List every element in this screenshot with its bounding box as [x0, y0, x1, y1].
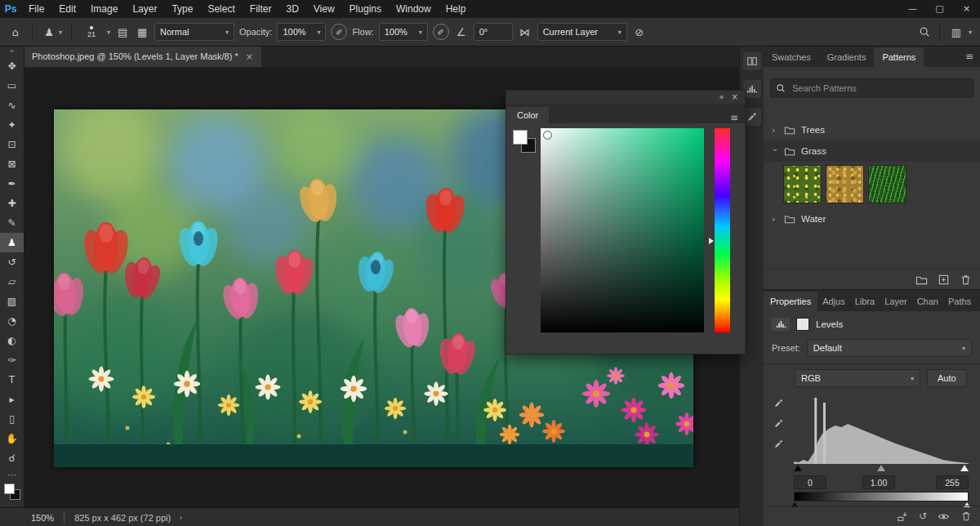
panel-menu-icon[interactable]: ≡: [959, 51, 980, 62]
zoom-level-field[interactable]: 150%: [31, 513, 54, 523]
toolbar-collapse-handle[interactable]: »: [10, 46, 14, 56]
pattern-thumbnail-green-grass[interactable]: [868, 165, 906, 203]
chevron-right-icon[interactable]: ›: [772, 214, 778, 225]
tab-color[interactable]: Color: [506, 107, 549, 123]
delete-adjustment-icon[interactable]: [960, 510, 972, 522]
opacity-select[interactable]: 100% ▾: [277, 23, 326, 41]
symmetry-icon[interactable]: ⋈: [518, 26, 532, 38]
brush-angle-input[interactable]: 0°: [474, 23, 513, 41]
layer-mask-thumbnail[interactable]: [796, 318, 809, 331]
tab-channels[interactable]: Chan: [912, 292, 943, 311]
white-input-slider[interactable]: [960, 465, 969, 471]
reset-icon[interactable]: ↺: [919, 510, 927, 522]
rectangular-marquee-tool[interactable]: ▭: [0, 76, 24, 96]
delete-icon[interactable]: [960, 274, 972, 286]
pattern-search-box[interactable]: [770, 78, 973, 98]
pressure-opacity-icon[interactable]: ✐: [331, 24, 347, 40]
chevron-right-icon[interactable]: ›: [772, 125, 778, 136]
white-input-value[interactable]: 255: [936, 475, 969, 489]
white-point-eyedropper-icon[interactable]: [772, 437, 785, 450]
workspace-icon[interactable]: ▥: [949, 26, 964, 38]
ignore-adjustment-layers-icon[interactable]: ⊘: [632, 26, 647, 38]
document-tab[interactable]: Photoshop.jpeg @ 150% (Levels 1, Layer M…: [24, 46, 261, 67]
brush-panel-toggle-icon[interactable]: ▦: [135, 26, 149, 38]
black-point-eyedropper-icon[interactable]: [772, 396, 785, 409]
gradient-tool[interactable]: ▨: [0, 292, 24, 311]
sample-select[interactable]: Current Layer ▾: [537, 23, 627, 41]
chevron-down-icon[interactable]: ▾: [969, 29, 972, 36]
maximize-button[interactable]: ▢: [926, 0, 953, 18]
chevron-expanded-icon[interactable]: ›: [770, 148, 781, 154]
hue-slider[interactable]: [715, 128, 730, 332]
pattern-thumbnail-dry-grass[interactable]: [826, 165, 864, 203]
search-icon[interactable]: [919, 26, 930, 38]
menu-view[interactable]: View: [306, 0, 342, 18]
brush-settings-toggle-icon[interactable]: ▤: [115, 26, 130, 38]
blend-mode-select[interactable]: Normal ▾: [154, 23, 234, 41]
close-button[interactable]: ×: [953, 0, 980, 18]
search-input[interactable]: [791, 82, 968, 94]
saturation-brightness-field[interactable]: [541, 128, 704, 332]
menu-file[interactable]: File: [21, 0, 51, 18]
tool-preset-picker[interactable]: ♟ ▾: [42, 26, 62, 38]
airbrush-icon[interactable]: ✐: [433, 24, 449, 40]
pattern-thumbnail-flower-field[interactable]: [783, 165, 822, 203]
brush-preset-picker[interactable]: 21: [81, 26, 102, 38]
gamma-input-value[interactable]: 1.00: [862, 475, 895, 489]
foreground-color-swatch[interactable]: [513, 130, 528, 145]
status-options-chevron[interactable]: ›: [179, 512, 182, 523]
home-icon[interactable]: ⌂: [8, 26, 23, 38]
foreground-background-swatches[interactable]: [4, 484, 20, 500]
pen-tool[interactable]: ✑: [0, 350, 24, 370]
lasso-tool[interactable]: ∿: [0, 96, 24, 115]
tab-libraries[interactable]: Libra: [850, 292, 880, 311]
edit-toolbar-button[interactable]: ⋯: [7, 470, 16, 480]
color-field-marker[interactable]: [543, 131, 552, 140]
eraser-tool[interactable]: ▱: [0, 272, 24, 292]
clone-stamp-tool[interactable]: ♟: [0, 233, 24, 252]
spot-healing-brush-tool[interactable]: ✚: [0, 194, 24, 213]
history-brush-tool[interactable]: ↺: [0, 252, 24, 272]
gamma-input-slider[interactable]: [877, 465, 885, 471]
pattern-group-water[interactable]: › Water: [764, 208, 980, 230]
crop-tool[interactable]: ⊡: [0, 135, 24, 154]
menu-filter[interactable]: Filter: [243, 0, 279, 18]
eyedropper-tool[interactable]: ✒: [0, 174, 24, 194]
tab-properties[interactable]: Properties: [764, 292, 817, 311]
menu-type[interactable]: Type: [164, 0, 200, 18]
zoom-tool[interactable]: ☌: [0, 448, 24, 468]
pattern-group-grass[interactable]: › Grass: [764, 140, 980, 162]
menu-window[interactable]: Window: [389, 0, 439, 18]
brush-tool[interactable]: ✎: [0, 213, 24, 233]
menu-edit[interactable]: Edit: [51, 0, 83, 18]
type-tool[interactable]: T: [0, 370, 24, 390]
chevron-down-icon[interactable]: ▾: [107, 29, 110, 36]
preset-select[interactable]: Default ▾: [807, 339, 972, 357]
path-selection-tool[interactable]: ▸: [0, 390, 24, 409]
menu-layer[interactable]: Layer: [125, 0, 164, 18]
output-levels-gradient[interactable]: [794, 492, 969, 501]
tab-patterns[interactable]: Patterns: [874, 47, 924, 67]
gray-point-eyedropper-icon[interactable]: [772, 417, 785, 430]
close-panel-icon[interactable]: ×: [732, 91, 738, 104]
tab-paths[interactable]: Paths: [943, 292, 976, 311]
hand-tool[interactable]: ✋: [0, 429, 24, 448]
tab-swatches[interactable]: Swatches: [764, 47, 819, 67]
visibility-eye-icon[interactable]: [938, 510, 950, 523]
clip-to-layer-icon[interactable]: [897, 510, 908, 522]
menu-plugins[interactable]: Plugins: [342, 0, 389, 18]
frame-tool[interactable]: ⊠: [0, 154, 24, 174]
close-tab-icon[interactable]: ×: [246, 51, 253, 62]
black-input-value[interactable]: 0: [794, 475, 826, 489]
minimize-button[interactable]: —: [899, 0, 926, 18]
black-input-slider[interactable]: [794, 465, 802, 471]
panel-menu-icon[interactable]: ≡: [724, 112, 745, 123]
auto-button[interactable]: Auto: [927, 369, 967, 387]
menu-image[interactable]: Image: [83, 0, 125, 18]
flow-select[interactable]: 100% ▾: [379, 23, 428, 41]
tab-gradients[interactable]: Gradients: [819, 47, 875, 67]
move-tool[interactable]: ✥: [0, 56, 24, 76]
menu-select[interactable]: Select: [200, 0, 242, 18]
hue-slider-handle[interactable]: [709, 238, 714, 244]
object-selection-tool[interactable]: ✦: [0, 115, 24, 135]
